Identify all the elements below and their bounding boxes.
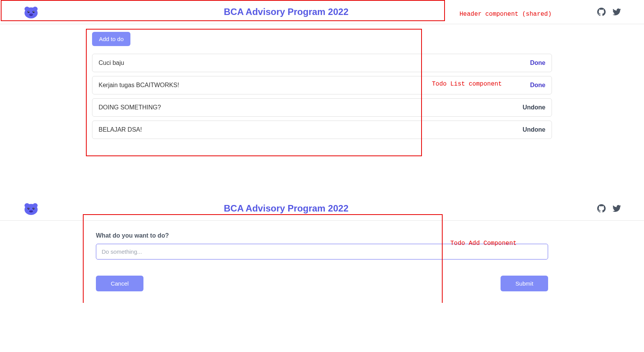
todo-status-toggle[interactable]: Undone: [522, 104, 545, 111]
github-icon[interactable]: [597, 8, 606, 16]
todo-status-toggle[interactable]: Undone: [522, 126, 545, 133]
annotation-label-header: Header component (shared): [460, 11, 552, 18]
todo-status-toggle[interactable]: Done: [530, 59, 545, 66]
page-title: BCA Advisory Program 2022: [0, 203, 597, 214]
twitter-icon[interactable]: [613, 204, 621, 213]
annotation-box-add: [83, 214, 443, 303]
annotation-label-add: Todo Add Component: [450, 240, 517, 247]
annotation-box-header: [1, 0, 445, 21]
twitter-icon[interactable]: [613, 8, 621, 16]
todo-status-toggle[interactable]: Done: [530, 82, 545, 89]
annotation-box-list: [86, 29, 422, 156]
submit-button[interactable]: Submit: [501, 276, 548, 291]
github-icon[interactable]: [597, 204, 606, 213]
annotation-label-list: Todo List component: [432, 81, 502, 88]
